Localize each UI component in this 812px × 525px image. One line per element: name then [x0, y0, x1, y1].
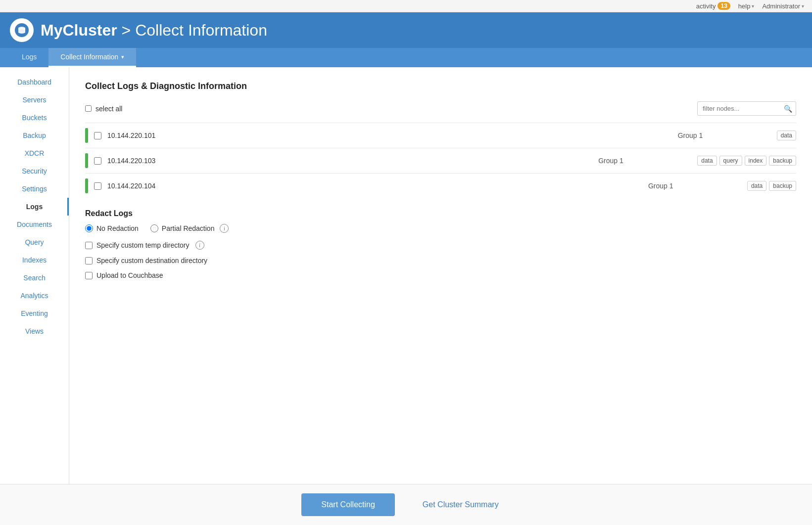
- help-chevron-icon: ▾: [752, 3, 754, 9]
- partial-redaction-info-icon[interactable]: i: [220, 224, 229, 233]
- tag-data-2: data: [697, 156, 716, 166]
- node-tags-1: data: [777, 131, 796, 140]
- select-all-checkbox[interactable]: [85, 105, 92, 112]
- custom-temp-label[interactable]: Specify custom temp directory: [96, 241, 190, 249]
- table-row: 10.144.220.104 Group 1 data backup: [85, 173, 796, 198]
- node-ip-2: 10.144.220.103: [107, 157, 598, 165]
- custom-temp-option: Specify custom temp directory i: [85, 241, 796, 250]
- page-title: MyCluster > Collect Information: [41, 21, 267, 40]
- page-header: MyCluster > Collect Information: [0, 12, 812, 48]
- sidebar-item-query[interactable]: Query: [0, 233, 69, 251]
- custom-dest-checkbox[interactable]: [85, 257, 93, 264]
- admin-menu[interactable]: Administrator ▾: [762, 2, 804, 10]
- node-ip-1: 10.144.220.101: [107, 131, 678, 139]
- admin-chevron-icon: ▾: [802, 3, 804, 9]
- no-redaction-radio[interactable]: [85, 224, 93, 232]
- sidebar-item-eventing[interactable]: Eventing: [0, 305, 69, 322]
- node-checkbox-3[interactable]: [94, 182, 101, 190]
- tag-data-1: data: [777, 131, 796, 140]
- upload-couchbase-label[interactable]: Upload to Couchbase: [96, 271, 163, 279]
- select-all-label[interactable]: select all: [96, 105, 122, 113]
- sidebar-item-servers[interactable]: Servers: [0, 91, 69, 109]
- get-cluster-summary-button[interactable]: Get Cluster Summary: [411, 493, 511, 516]
- sidebar-item-documents[interactable]: Documents: [0, 216, 69, 233]
- sidebar-item-search[interactable]: Search: [0, 269, 69, 287]
- sidebar-item-settings[interactable]: Settings: [0, 180, 69, 198]
- logo-icon: [14, 23, 29, 38]
- tab-bar: Logs Collect Information ▾: [0, 48, 812, 67]
- select-all-row: select all 🔍: [85, 101, 796, 116]
- section-title: Collect Logs & Diagnostic Information: [85, 81, 796, 91]
- tag-query-2: query: [719, 156, 742, 166]
- tag-index-2: index: [745, 156, 767, 166]
- custom-temp-info-icon[interactable]: i: [195, 241, 204, 250]
- admin-label: Administrator: [762, 2, 800, 10]
- activity-badge: 13: [717, 2, 730, 10]
- activity-label: activity: [696, 2, 716, 10]
- partial-redaction-label: Partial Redaction: [162, 224, 215, 232]
- sidebar-item-xdcr[interactable]: XDCR: [0, 144, 69, 162]
- node-group-3: Group 1: [648, 182, 747, 190]
- filter-nodes-input[interactable]: [697, 101, 796, 116]
- upload-couchbase-checkbox[interactable]: [85, 272, 93, 279]
- top-bar: activity 13 help ▾ Administrator ▾: [0, 0, 812, 12]
- node-checkbox-1[interactable]: [94, 132, 101, 139]
- tab-logs[interactable]: Logs: [10, 48, 48, 67]
- footer: Start Collecting Get Cluster Summary: [0, 484, 812, 525]
- tab-collect-information[interactable]: Collect Information ▾: [48, 48, 136, 67]
- sidebar-item-analytics[interactable]: Analytics: [0, 287, 69, 305]
- redact-logs-title: Redact Logs: [85, 209, 796, 218]
- node-group-1: Group 1: [678, 131, 777, 139]
- activity-link[interactable]: activity 13: [696, 2, 730, 10]
- partial-redaction-radio[interactable]: [150, 224, 158, 232]
- help-label: help: [738, 2, 751, 10]
- sidebar-item-indexes[interactable]: Indexes: [0, 251, 69, 269]
- node-checkbox-2[interactable]: [94, 157, 101, 165]
- custom-dest-option: Specify custom destination directory: [85, 257, 796, 264]
- redact-logs-section: Redact Logs No Redaction Partial Redacti…: [85, 209, 796, 279]
- partial-redaction-option[interactable]: Partial Redaction i: [150, 224, 229, 233]
- tab-collect-chevron-icon: ▾: [121, 54, 124, 60]
- sidebar: Dashboard Servers Buckets Backup XDCR Se…: [0, 67, 69, 484]
- main-content: Collect Logs & Diagnostic Information se…: [69, 67, 812, 484]
- node-tags-3: data backup: [747, 181, 796, 191]
- custom-temp-checkbox[interactable]: [85, 242, 93, 249]
- table-row: 10.144.220.103 Group 1 data query index …: [85, 148, 796, 173]
- node-status-indicator: [85, 178, 88, 193]
- node-tags-2: data query index backup: [697, 156, 796, 166]
- tag-data-3: data: [747, 181, 766, 191]
- node-group-2: Group 1: [598, 157, 697, 165]
- node-status-indicator: [85, 128, 88, 143]
- logo: [10, 18, 34, 42]
- sidebar-item-security[interactable]: Security: [0, 162, 69, 180]
- upload-couchbase-option: Upload to Couchbase: [85, 271, 796, 279]
- sidebar-item-buckets[interactable]: Buckets: [0, 109, 69, 127]
- custom-dest-label[interactable]: Specify custom destination directory: [96, 257, 207, 264]
- tag-backup-3: backup: [769, 181, 796, 191]
- sidebar-item-backup[interactable]: Backup: [0, 127, 69, 144]
- tag-backup-2: backup: [769, 156, 796, 166]
- redaction-radio-group: No Redaction Partial Redaction i: [85, 224, 796, 233]
- sidebar-item-logs[interactable]: Logs: [0, 198, 69, 216]
- start-collecting-button[interactable]: Start Collecting: [301, 493, 395, 516]
- node-status-indicator: [85, 153, 88, 168]
- main-layout: Dashboard Servers Buckets Backup XDCR Se…: [0, 67, 812, 484]
- no-redaction-label: No Redaction: [96, 224, 139, 232]
- sidebar-item-views[interactable]: Views: [0, 322, 69, 340]
- node-ip-3: 10.144.220.104: [107, 182, 648, 190]
- table-row: 10.144.220.101 Group 1 data: [85, 123, 796, 148]
- help-menu[interactable]: help ▾: [738, 2, 755, 10]
- filter-nodes-container: 🔍: [697, 101, 796, 116]
- search-icon: 🔍: [784, 105, 792, 113]
- no-redaction-option[interactable]: No Redaction: [85, 224, 139, 232]
- sidebar-item-dashboard[interactable]: Dashboard: [0, 73, 69, 91]
